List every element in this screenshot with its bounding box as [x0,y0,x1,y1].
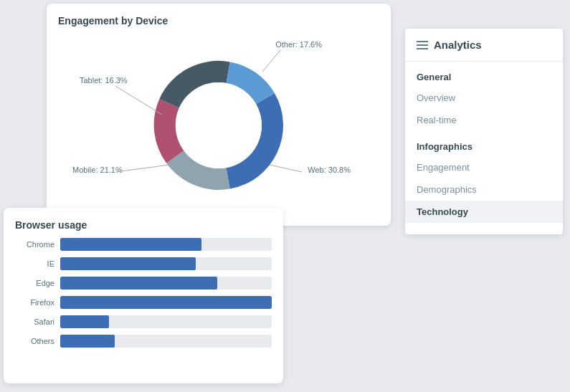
browser-usage-card: Browser usage ChromeIEEdgeFirefoxSafariO… [4,208,283,383]
sidebar-section-technology[interactable]: Technology [405,201,563,223]
sidebar-item-overview[interactable]: Overview [405,87,563,109]
donut-label-mobile: Mobile: 21.1% [72,165,123,176]
bar-chart: ChromeIEEdgeFirefoxSafariOthers [15,238,272,348]
sidebar-item-realtime[interactable]: Real-time [405,109,563,131]
bar-track [60,238,272,251]
sidebar-section-general: General [405,62,563,87]
sidebar: Analytics General Overview Real-time Inf… [405,29,563,234]
donut-chart-svg [140,47,298,204]
bar-fill [60,238,201,251]
bar-row: Others [15,335,272,348]
sidebar-section-infographics: Infographics [405,131,563,156]
bar-label: Safari [15,317,54,326]
bar-fill [60,296,272,309]
bar-label: Firefox [15,298,54,307]
browser-card-title: Browser usage [15,219,272,231]
donut-label-other: Other: 17.6% [275,39,322,50]
bar-track [60,296,272,309]
sidebar-header: Analytics [405,29,563,62]
donut-label-web: Web: 30.8% [308,165,351,176]
bar-track [60,315,272,328]
bar-fill [60,277,217,290]
bar-row: Firefox [15,296,272,309]
bar-row: Safari [15,315,272,328]
bar-fill [60,335,115,348]
donut-card-title: Engagement by Device [58,15,379,27]
sidebar-title: Analytics [434,39,482,51]
bar-track [60,277,272,290]
bar-row: Edge [15,277,272,290]
bar-row: IE [15,257,272,270]
bar-label: Chrome [15,240,54,249]
donut-chart-card: Engagement by Device Other: 17.6% Tablet… [47,4,391,226]
bar-fill [60,315,109,328]
svg-point-0 [176,82,262,168]
bar-track [60,335,272,348]
bar-label: Edge [15,279,54,287]
bar-track [60,257,272,270]
bar-label: Others [15,337,54,345]
bar-fill [60,257,196,270]
bar-label: IE [15,259,54,268]
hamburger-icon[interactable] [417,41,428,49]
sidebar-item-engagement[interactable]: Engagement [405,156,563,178]
donut-chart-container: Other: 17.6% Tablet: 16.3% Mobile: 21.1%… [58,32,379,219]
sidebar-item-demographics[interactable]: Demographics [405,178,563,201]
donut-label-tablet: Tablet: 16.3% [80,75,128,86]
bar-row: Chrome [15,238,272,251]
